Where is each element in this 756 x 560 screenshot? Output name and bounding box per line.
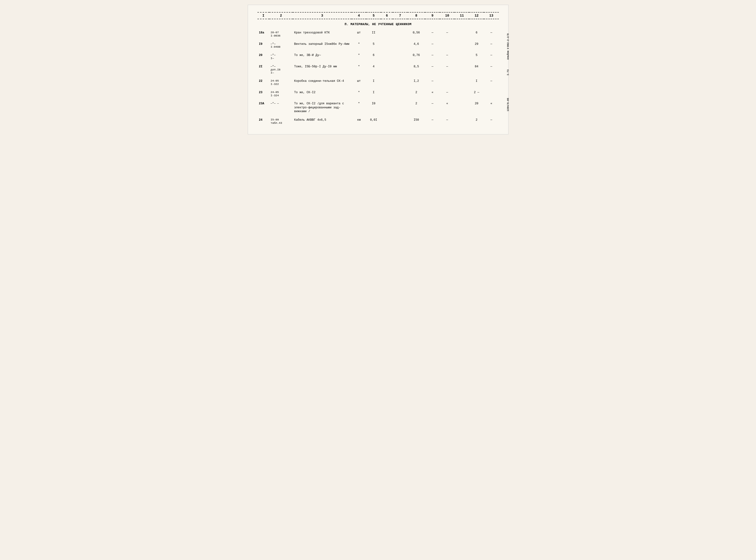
- col-header-7: 7: [393, 12, 408, 19]
- cell-row5-col7: [393, 88, 408, 100]
- cell-row3-col9: —: [425, 62, 440, 77]
- cell-row1-col3: Вентиль запорный I5нж86к Ру-4мм: [293, 40, 351, 51]
- cell-row3-col1: 2I: [258, 62, 269, 77]
- cell-row5-col1: 23: [258, 88, 269, 100]
- table-row: 2224-05I-322Коробка соедини-тельная СК-4…: [258, 77, 499, 88]
- col-header-2: 2: [269, 12, 293, 19]
- section-title-row: П. МАТЕРИАЛЫ, НЕ УЧТЕННЫЕ ЦЕННИКОМ: [258, 19, 499, 28]
- cell-row0-col7: [393, 28, 408, 40]
- cell-row2-col11: [454, 51, 469, 62]
- cell-row1-col1: I9: [258, 40, 269, 51]
- cell-row3-col12: 84: [469, 62, 484, 77]
- cell-row0-col1: 18a: [258, 28, 269, 40]
- cell-row6-col12: 20: [469, 99, 484, 116]
- right-margin-note: 1394/6-05: [507, 98, 509, 112]
- cell-row4-col11: [454, 77, 469, 88]
- cell-row2-col12: 5: [469, 51, 484, 62]
- table-row: 24I5-09табл.43Кабель АКВВГ 4х6,5км0,0II5…: [258, 116, 499, 127]
- cell-row2-col2: —"—I—: [269, 51, 293, 62]
- right-margin-note: 802-2-2/8: [507, 34, 509, 47]
- cell-row6-col3: То же, СК-I2 /для варианта с электро-фиц…: [293, 99, 351, 116]
- cell-row1-col12: 29: [469, 40, 484, 51]
- table-row: 20—"—I—То же, ЗВ-И Ду—"60,76——5—: [258, 51, 499, 62]
- cell-row1-col7: [393, 40, 408, 51]
- cell-row3-col2: —"—доп.I8I—: [269, 62, 293, 77]
- cell-row4-col13: —: [484, 77, 498, 88]
- cell-row1-col6: [381, 40, 393, 51]
- cell-row6-col9: —: [425, 99, 440, 116]
- main-table: I 2 3 4 5 6 7 8 9 10 11 12 13 П. МАТЕРИА…: [258, 12, 499, 127]
- right-margin-note: Альбом V: [507, 48, 509, 60]
- cell-row0-col9: —: [425, 28, 440, 40]
- cell-row4-col2: 24-05I-322: [269, 77, 293, 88]
- cell-row2-col3: То же, ЗВ-И Ду—: [293, 51, 351, 62]
- cell-row2-col10: —: [440, 51, 454, 62]
- cell-row3-col13: —: [484, 62, 498, 77]
- cell-row6-col2: —"— —: [269, 99, 293, 116]
- cell-row1-col4: ": [351, 40, 366, 51]
- cell-row6-col13: «: [484, 99, 498, 116]
- cell-row4-col1: 22: [258, 77, 269, 88]
- cell-row1-col9: —: [425, 40, 440, 51]
- cell-row2-col5: 6: [366, 51, 381, 62]
- cell-row1-col13: —: [484, 40, 498, 51]
- cell-row0-col4: шт: [351, 28, 366, 40]
- cell-row4-col5: I: [366, 77, 381, 88]
- table-row: 2324-05I-324То же, СК-I2"I2«—2 —: [258, 88, 499, 100]
- table-row: 18a28-07I-0036Кран трехходовой КТКштII0,…: [258, 28, 499, 40]
- cell-row1-col8: 4,6: [408, 40, 425, 51]
- cell-row6-col5: I0: [366, 99, 381, 116]
- cell-row3-col5: 4: [366, 62, 381, 77]
- cell-row7-col4: км: [351, 116, 366, 127]
- cell-row4-col10: [440, 77, 454, 88]
- table-header-row: I 2 3 4 5 6 7 8 9 10 11 12 13: [258, 12, 499, 19]
- cell-row0-col2: 28-07I-0036: [269, 28, 293, 40]
- cell-row2-col9: —: [425, 51, 440, 62]
- section-title: П. МАТЕРИАЛЫ, НЕ УЧТЕННЫЕ ЦЕННИКОМ: [258, 19, 499, 28]
- cell-row2-col13: —: [484, 51, 498, 62]
- cell-row2-col1: 20: [258, 51, 269, 62]
- cell-row7-col12: 2: [469, 116, 484, 127]
- document-container: I 2 3 4 5 6 7 8 9 10 11 12 13 П. МАТЕРИА…: [248, 5, 509, 135]
- cell-row2-col6: [381, 51, 393, 62]
- cell-row1-col2: —"—I-0488: [269, 40, 293, 51]
- cell-row3-col10: —: [440, 62, 454, 77]
- cell-row0-col8: 0,56: [408, 28, 425, 40]
- cell-row7-col2: I5-09табл.43: [269, 116, 293, 127]
- cell-row6-col6: [381, 99, 393, 116]
- cell-row1-col11: [454, 40, 469, 51]
- col-header-9: 9: [425, 12, 440, 19]
- col-header-6: 6: [381, 12, 393, 19]
- col-header-10: 10: [440, 12, 454, 19]
- col-header-8: 8: [408, 12, 425, 19]
- cell-row7-col8: I50: [408, 116, 425, 127]
- cell-row3-col11: [454, 62, 469, 77]
- cell-row7-col5: 0,0I: [366, 116, 381, 127]
- cell-row5-col10: —: [440, 88, 454, 100]
- cell-row5-col11: [454, 88, 469, 100]
- cell-row0-col13: —: [484, 28, 498, 40]
- cell-row7-col7: [393, 116, 408, 127]
- col-header-1: I: [258, 12, 269, 19]
- cell-row7-col9: —: [425, 116, 440, 127]
- cell-row7-col1: 24: [258, 116, 269, 127]
- cell-row2-col8: 0,76: [408, 51, 425, 62]
- cell-row0-col11: [454, 28, 469, 40]
- cell-row5-col9: «: [425, 88, 440, 100]
- cell-row7-col6: [381, 116, 393, 127]
- col-header-4: 4: [351, 12, 366, 19]
- cell-row3-col4: ": [351, 62, 366, 77]
- cell-row3-col7: [393, 62, 408, 77]
- cell-row5-col8: 2: [408, 88, 425, 100]
- cell-row0-col3: Кран трехходовой КТК: [293, 28, 351, 40]
- col-header-5: 5: [366, 12, 381, 19]
- cell-row0-col12: 6: [469, 28, 484, 40]
- cell-row5-col13: [484, 88, 498, 100]
- cell-row6-col10: «: [440, 99, 454, 116]
- cell-row4-col8: I,2: [408, 77, 425, 88]
- table-row: 2I—"—доп.I8I—Тоже, I5Б-50р-I Ду-I0 мм"48…: [258, 62, 499, 77]
- cell-row0-col6: [381, 28, 393, 40]
- cell-row0-col5: II: [366, 28, 381, 40]
- cell-row7-col3: Кабель АКВВГ 4х6,5: [293, 116, 351, 127]
- cell-row0-col10: —: [440, 28, 454, 40]
